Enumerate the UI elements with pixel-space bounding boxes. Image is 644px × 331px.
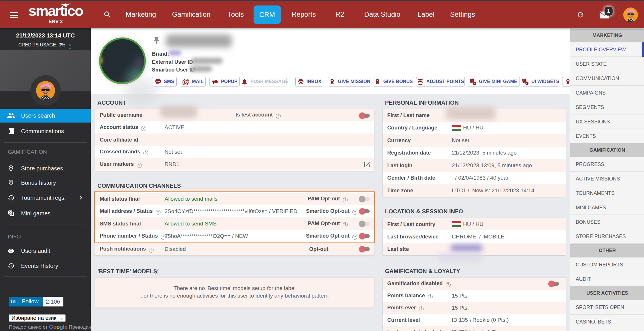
svg-text:SMS: SMS xyxy=(156,80,160,82)
